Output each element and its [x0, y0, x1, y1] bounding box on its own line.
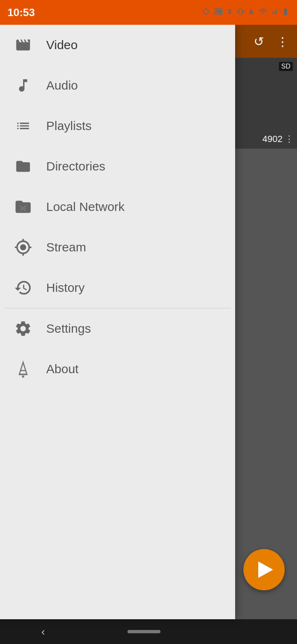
menu-item-about[interactable]: About [0, 349, 235, 389]
video-number: 4902 [262, 134, 283, 144]
data-icon [248, 7, 255, 18]
wifi-icon [258, 7, 267, 18]
screen-cast-icon [214, 7, 223, 18]
svg-marker-0 [19, 362, 27, 374]
directories-label: Directories [46, 159, 105, 173]
about-label: About [46, 362, 78, 376]
audio-label: Audio [46, 78, 78, 92]
menu-list: Video Audio Playlists [0, 25, 235, 619]
play-triangle-icon [258, 561, 273, 578]
vibrate-icon [237, 7, 244, 18]
signal-icon [271, 7, 278, 18]
stream-label: Stream [46, 240, 86, 254]
back-button[interactable]: ‹ [41, 625, 45, 638]
history-player-icon[interactable]: ↺ [254, 34, 264, 49]
menu-item-audio[interactable]: Audio [0, 65, 235, 106]
playlists-icon [12, 115, 34, 137]
svg-point-3 [22, 376, 24, 378]
directories-icon [12, 156, 34, 177]
sd-badge: SD [279, 62, 293, 71]
sync-icon [201, 7, 210, 18]
play-fab-button[interactable] [243, 549, 285, 590]
menu-item-video[interactable]: Video [0, 25, 235, 65]
local-network-label: Local Network [46, 200, 125, 214]
menu-item-stream[interactable]: Stream [0, 227, 235, 268]
navigation-bar: ‹ [0, 619, 297, 644]
status-bar: 10:53 [0, 0, 297, 25]
stream-icon [12, 237, 34, 258]
status-time: 10:53 [7, 6, 35, 19]
menu-item-settings[interactable]: Settings [0, 308, 235, 349]
settings-icon [12, 318, 34, 339]
menu-item-directories[interactable]: Directories [0, 146, 235, 187]
menu-item-history[interactable]: History [0, 268, 235, 308]
history-icon [12, 277, 34, 298]
menu-item-playlists[interactable]: Playlists [0, 106, 235, 146]
playlists-label: Playlists [46, 119, 92, 133]
history-label: History [46, 281, 85, 295]
video-more-icon[interactable]: ⋮ [285, 134, 294, 144]
more-options-icon[interactable]: ⋮ [276, 34, 289, 49]
home-pill[interactable] [127, 630, 160, 633]
menu-item-local-network[interactable]: Local Network [0, 187, 235, 227]
video-label: Video [46, 38, 78, 52]
bluetooth-icon [226, 7, 233, 18]
about-icon [12, 358, 34, 380]
navigation-drawer: Video Audio Playlists [0, 25, 235, 619]
settings-label: Settings [46, 322, 91, 336]
local-network-icon [12, 196, 34, 218]
battery-icon [281, 7, 290, 18]
status-icons [201, 7, 290, 18]
audio-icon [12, 75, 34, 96]
video-icon [12, 34, 34, 56]
